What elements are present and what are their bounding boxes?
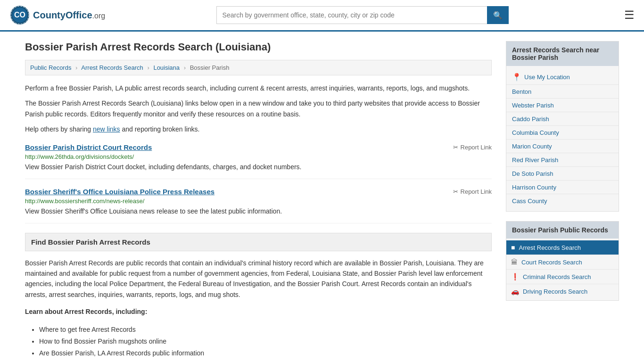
breadcrumb-public-records[interactable]: Public Records <box>30 64 71 71</box>
resource-1: Bossier Parish District Court Records ✂ … <box>25 143 492 179</box>
report-link-1[interactable]: ✂ Report Link <box>453 144 492 151</box>
nearby-item-7[interactable]: Harrison County <box>506 181 619 194</box>
pr-item-court[interactable]: 🏛 Court Records Search <box>506 255 619 270</box>
use-location-item[interactable]: 📍 Use My Location <box>506 70 619 85</box>
resource-1-desc: View Bossier Parish District Court docke… <box>25 162 492 172</box>
resource-1-url: http://www.26thda.org/divisions/dockets/ <box>25 153 492 160</box>
court-records-icon: 🏛 <box>511 258 518 266</box>
resource-2-url: http://www.bossiersheriff.com/news-relea… <box>25 197 492 205</box>
pr-item-driving[interactable]: 🚗 Driving Records Search <box>506 284 619 298</box>
nearby-item-2[interactable]: Caddo Parish <box>506 112 619 126</box>
public-records-title: Bossier Parish Public Records <box>506 222 619 239</box>
breadcrumb-bossier-parish: Bossier Parish <box>190 64 230 71</box>
nearby-section-title: Arrest Records Search near Bossier Paris… <box>506 41 619 66</box>
breadcrumb: Public Records › Arrest Records Search ›… <box>25 60 492 75</box>
use-location-link[interactable]: Use My Location <box>524 74 570 81</box>
logo-area: CO CountyOffice.org <box>9 5 105 25</box>
new-links-link[interactable]: new links <box>93 125 120 133</box>
resource-1-title[interactable]: Bossier Parish District Court Records <box>25 143 152 151</box>
svg-text:CO: CO <box>14 11 25 19</box>
pr-item-criminal[interactable]: ❗ Criminal Records Search <box>506 270 619 284</box>
bullet-item-3: Are Bossier Parish, LA Arrest Records pu… <box>39 347 492 359</box>
learn-bullets-list: Where to get free Arrest Records How to … <box>39 324 492 360</box>
public-records-section: Bossier Parish Public Records ■ Arrest R… <box>506 221 619 301</box>
search-area: 🔍 <box>216 6 509 24</box>
content-area: Bossier Parish Arrest Records Search (Lo… <box>25 41 492 359</box>
search-input[interactable] <box>216 6 487 24</box>
nearby-item-5[interactable]: Red River Parish <box>506 153 619 167</box>
site-logo-icon: CO <box>9 5 30 25</box>
logo-text: CountyOffice.org <box>33 10 105 21</box>
breadcrumb-arrest-records[interactable]: Arrest Records Search <box>81 64 143 71</box>
bullet-item-1: Where to get free Arrest Records <box>39 324 492 336</box>
resource-2-desc: View Bossier Sheriff's Office Louisiana … <box>25 206 492 216</box>
find-body-text: Bossier Parish Arrest Records are public… <box>25 258 492 300</box>
nearby-item-4[interactable]: Marion County <box>506 140 619 153</box>
breadcrumb-louisiana[interactable]: Louisiana <box>153 64 180 71</box>
driving-records-icon: 🚗 <box>511 288 519 295</box>
pr-item-arrest[interactable]: ■ Arrest Records Search <box>506 240 619 255</box>
nearby-item-1[interactable]: Webster Parish <box>506 99 619 112</box>
sidebar: Arrest Records Search near Bossier Paris… <box>506 41 619 359</box>
criminal-records-icon: ❗ <box>511 273 519 280</box>
nearby-section: Arrest Records Search near Bossier Paris… <box>506 41 619 212</box>
nearby-item-8[interactable]: Cass County <box>506 194 619 207</box>
page-title: Bossier Parish Arrest Records Search (Lo… <box>25 41 492 53</box>
resource-2: Bossier Sheriff's Office Louisiana Polic… <box>25 188 492 223</box>
find-section-header: Find Bossier Parish Arrest Records <box>25 233 492 251</box>
arrest-records-icon: ■ <box>511 244 515 251</box>
main-layout: Bossier Parish Arrest Records Search (Lo… <box>16 32 628 362</box>
bullet-item-2: How to find Bossier Parish mugshots onli… <box>39 336 492 347</box>
nearby-item-3[interactable]: Columbia County <box>506 126 619 140</box>
description-2: The Bossier Parish Arrest Records Search… <box>25 98 492 119</box>
nearby-item-0[interactable]: Benton <box>506 85 619 99</box>
menu-button[interactable]: ☰ <box>624 8 635 22</box>
learn-title: Learn about Arrest Records, including: <box>25 308 147 315</box>
nearby-list: 📍 Use My Location Benton Webster Parish … <box>506 66 619 211</box>
location-icon: 📍 <box>512 73 521 82</box>
site-header: CO CountyOffice.org 🔍 ☰ <box>0 0 644 32</box>
search-button[interactable]: 🔍 <box>487 6 509 24</box>
resource-2-title[interactable]: Bossier Sheriff's Office Louisiana Polic… <box>25 188 215 196</box>
description-1: Perform a free Bossier Parish, LA public… <box>25 83 492 93</box>
description-3: Help others by sharing new links and rep… <box>25 124 492 134</box>
nearby-item-6[interactable]: De Soto Parish <box>506 167 619 181</box>
public-records-list: ■ Arrest Records Search 🏛 Court Records … <box>506 239 619 300</box>
report-link-2[interactable]: ✂ Report Link <box>453 188 492 195</box>
